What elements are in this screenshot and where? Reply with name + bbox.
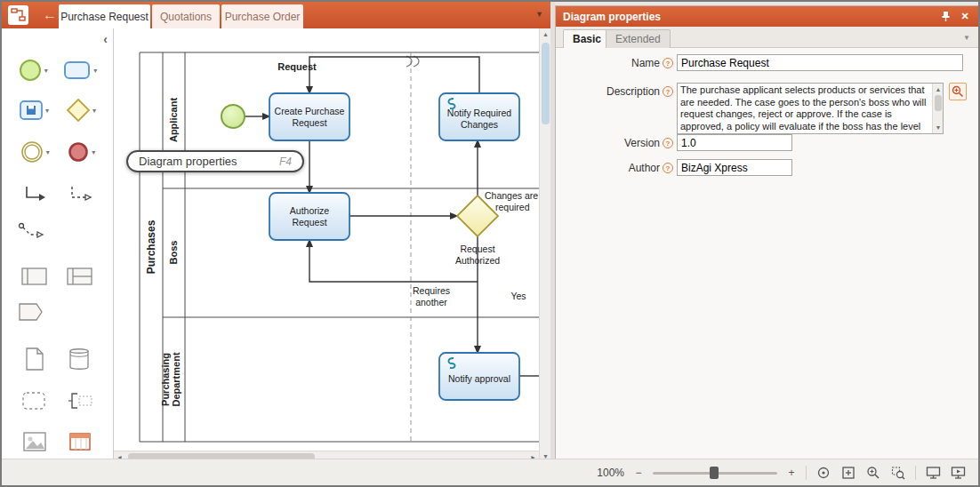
intermediate-event-tool[interactable]: ▾: [20, 140, 50, 164]
zoom-slider[interactable]: [653, 466, 777, 480]
data-store-tool[interactable]: [68, 347, 91, 371]
name-input[interactable]: [677, 54, 963, 71]
back-button[interactable]: ←: [41, 5, 59, 25]
flow-label-line: another: [415, 297, 447, 307]
flow-label-line: Changes are: [485, 190, 538, 201]
zoom-in-button[interactable]: [865, 465, 881, 481]
caret-down-icon[interactable]: ▾: [92, 107, 96, 115]
overview-button[interactable]: [815, 465, 831, 481]
fit-diagram-button[interactable]: [840, 465, 856, 481]
task-tool[interactable]: ▾: [63, 60, 97, 81]
formatted-box-tool[interactable]: [68, 431, 92, 452]
task-label-line: Changes: [461, 119, 498, 130]
scroll-up-icon[interactable]: ▲: [933, 84, 944, 95]
sequence-flow-icon: [23, 184, 46, 205]
help-icon[interactable]: ?: [663, 138, 673, 148]
lane-tool[interactable]: [67, 266, 93, 287]
caret-down-icon[interactable]: ▾: [44, 67, 48, 75]
description-zoom-button[interactable]: [949, 83, 967, 100]
flow-label-line: required: [495, 202, 530, 212]
group-tool[interactable]: [21, 390, 46, 411]
panel-dropdown-icon[interactable]: ▼: [963, 34, 970, 42]
caret-down-icon[interactable]: ▾: [46, 148, 50, 156]
tab-purchase-request[interactable]: Purchase Request: [59, 4, 150, 28]
tab-basic[interactable]: Basic: [563, 29, 611, 48]
tab-label: Extended: [615, 33, 661, 45]
caret-down-icon[interactable]: ▾: [93, 67, 97, 75]
description-scroll-thumb[interactable]: [935, 95, 942, 111]
gateway-tool[interactable]: ▾: [66, 99, 96, 122]
pin-icon[interactable]: [938, 11, 952, 22]
author-label: Author: [629, 162, 660, 174]
pool-icon: [21, 266, 48, 287]
image-tool[interactable]: [22, 431, 47, 452]
gateway-label: RequestAuthorized: [455, 244, 500, 266]
panel-title: Diagram properties: [563, 11, 661, 23]
description-input[interactable]: The purchase applicant selects products …: [677, 83, 944, 134]
palette-row-save-gateway: ▾ ▾: [2, 92, 113, 128]
task-notify-approval[interactable]: Notify approval: [439, 353, 519, 400]
canvas-vertical-scrollbar[interactable]: ▲ ▼: [539, 28, 550, 462]
data-object-tool[interactable]: [24, 347, 45, 371]
presentation-button[interactable]: [950, 465, 966, 481]
start-event[interactable]: [221, 105, 245, 128]
task-create-purchase-request[interactable]: Create PurchaseRequest: [269, 93, 349, 140]
flow-notify-changes-to-create[interactable]: [309, 57, 479, 93]
tab-extended[interactable]: Extended: [606, 29, 671, 48]
palette-row-group-annotation: [2, 383, 113, 419]
zoom-area-button[interactable]: [890, 465, 906, 481]
palette-collapse-icon[interactable]: ‹: [103, 32, 108, 46]
milestone-tool[interactable]: [18, 300, 44, 323]
shape-palette: ‹ ▾ ▾ ▾: [2, 28, 114, 462]
author-input[interactable]: [677, 159, 792, 176]
lane-label-boss: Boss: [168, 241, 179, 265]
start-event-tool[interactable]: ▾: [18, 58, 48, 83]
zoom-out-icon[interactable]: −: [633, 467, 644, 479]
help-icon[interactable]: ?: [663, 58, 673, 68]
task-label: Notify approval: [448, 373, 510, 384]
diagram-canvas[interactable]: Purchases Applicant Boss PurchasingDepar…: [114, 28, 539, 451]
panel-header[interactable]: Diagram properties ✕: [556, 6, 979, 27]
association-flow-tool[interactable]: [68, 184, 92, 205]
task-icon: [63, 60, 92, 81]
tab-overflow-icon[interactable]: ▼: [535, 10, 543, 19]
end-event-tool[interactable]: ▾: [67, 140, 95, 164]
zoom-slider-thumb[interactable]: [710, 467, 719, 479]
full-screen-button[interactable]: [925, 465, 941, 481]
tooltip-diagram-properties: Diagram properties F4: [126, 150, 304, 172]
version-input[interactable]: [677, 134, 792, 151]
task-authorize-request[interactable]: AuthorizeRequest: [269, 193, 349, 240]
zoom-in-icon: [866, 466, 880, 480]
vertical-scroll-thumb[interactable]: [542, 43, 550, 124]
pool-tool[interactable]: [21, 266, 48, 287]
task-notify-required-changes[interactable]: Notify RequiredChanges: [439, 93, 519, 140]
zoom-in-text-icon[interactable]: +: [786, 467, 797, 479]
message-flow-tool[interactable]: [18, 221, 44, 243]
pool-label: Purchases: [145, 220, 157, 274]
flow-requires-another[interactable]: [309, 240, 478, 282]
data-store-icon: [68, 347, 91, 371]
annotation-tool[interactable]: [67, 390, 93, 411]
caret-down-icon[interactable]: ▾: [92, 148, 95, 156]
fit-diagram-icon: [841, 466, 855, 480]
save-task-tool[interactable]: ▾: [19, 100, 49, 121]
help-icon[interactable]: ?: [663, 163, 673, 173]
scroll-down-icon[interactable]: ▼: [933, 122, 944, 133]
panel-tabs: Basic Extended ▼: [556, 27, 979, 48]
description-scrollbar[interactable]: ▲ ▼: [932, 84, 943, 133]
task-label-line: Authorize: [290, 205, 330, 216]
end-event-icon: [67, 140, 90, 164]
palette-row-data: [2, 341, 113, 377]
palette-row-events-tasks: ▾ ▾: [2, 52, 113, 88]
zoom-area-icon: [891, 466, 905, 480]
caret-down-icon[interactable]: ▾: [45, 107, 49, 115]
tab-quotations[interactable]: Quotations: [152, 4, 220, 28]
tab-purchase-order[interactable]: Purchase Order: [221, 4, 303, 28]
close-icon[interactable]: ✕: [958, 11, 972, 22]
help-icon[interactable]: ?: [663, 86, 673, 97]
task-label-line: Request: [292, 217, 326, 228]
gateway-request-authorized[interactable]: [457, 196, 498, 236]
app-logo-icon[interactable]: [8, 5, 28, 25]
lane-label-purchasing: PurchasingDepartment: [160, 352, 181, 406]
sequence-flow-tool[interactable]: [23, 184, 46, 205]
